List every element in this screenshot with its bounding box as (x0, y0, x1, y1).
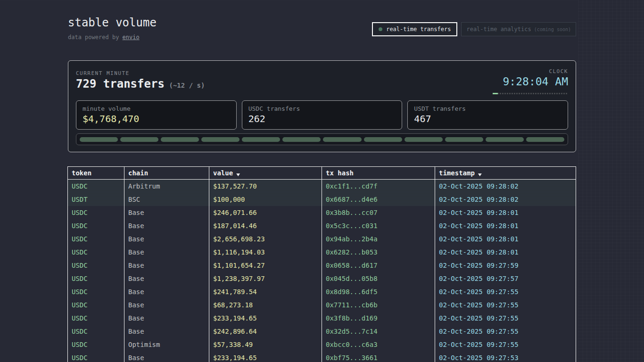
value-cell: $246,071.66 (209, 206, 322, 219)
timestamp-cell: 02-Oct-2025 09:27:55 (435, 298, 576, 312)
token-cell: USDC (68, 325, 124, 338)
timestamp-cell: 02-Oct-2025 09:27:55 (435, 285, 576, 298)
minute-volume-value: $4,768,470 (83, 113, 230, 124)
chain-cell: Base (124, 259, 209, 272)
transfers-count: 729 transfers (76, 77, 165, 90)
timestamp-cell: 02-Oct-2025 09:28:01 (435, 206, 576, 219)
timestamp-cell: 02-Oct-2025 09:27:59 (435, 259, 576, 272)
chain-cell: Base (124, 298, 209, 312)
activity-segment (120, 137, 158, 142)
panel-top: CURRENT MINUTE 729 transfers (~12 / s) C… (76, 68, 568, 94)
tab-realtime-transfers[interactable]: real-time transfers (372, 22, 457, 36)
transfer-row: USDC Base $2,656,698.23 0x94ab...2b4a 02… (68, 232, 576, 246)
tx-hash-link[interactable]: 0x94ab...2b4a (322, 232, 435, 246)
timestamp-cell: 02-Oct-2025 09:27:55 (435, 312, 576, 325)
chain-cell: Base (124, 312, 209, 325)
page: stable volume data powered by envio real… (68, 0, 576, 362)
activity-segments-bar (76, 133, 568, 145)
clock-label: CLOCK (493, 68, 568, 74)
timestamp-cell: 02-Oct-2025 09:28:01 (435, 246, 576, 259)
token-cell: USDC (68, 206, 124, 219)
token-cell: USDC (68, 272, 124, 285)
usdc-transfers-value: 262 (248, 113, 396, 124)
page-subtitle: data powered by envio (68, 34, 157, 41)
tx-hash-link[interactable]: 0xc1f1...cd7f (322, 180, 435, 193)
tab-analytics-label: real-time analytics (466, 26, 531, 33)
sort-desc-icon-value: ▼ (236, 173, 240, 176)
activity-segment (364, 137, 402, 142)
envio-link[interactable]: envio (123, 34, 140, 41)
tx-hash-link[interactable]: 0x3f8b...d169 (322, 312, 435, 325)
tx-hash-link[interactable]: 0x0658...d617 (322, 259, 435, 272)
stat-boxes: minute volume $4,768,470 USDC transfers … (76, 100, 568, 130)
chain-cell: Base (124, 232, 209, 246)
transfer-row: USDC Base $246,071.66 0x3b8b...cc07 02-O… (68, 206, 576, 219)
transfer-row: USDC Optimism $57,338.49 0xbcc0...c6a3 0… (68, 338, 576, 351)
transfer-row: USDC Base $1,116,194.03 0x6282...b053 02… (68, 246, 576, 259)
activity-segment (486, 137, 524, 142)
transfer-row: USDC Base $187,014.46 0x5c3c...c031 02-O… (68, 219, 576, 232)
tx-hash-link[interactable]: 0x6687...d4e6 (322, 193, 435, 206)
tx-hash-link[interactable]: 0x32d5...7c14 (322, 325, 435, 338)
activity-segment (323, 137, 361, 142)
token-cell: USDT (68, 193, 124, 206)
tab-analytics-note: (coming soon) (534, 27, 571, 32)
activity-segment (405, 137, 443, 142)
tx-hash-link[interactable]: 0x6282...b053 (322, 246, 435, 259)
transfers-rate: (~12 / s) (169, 82, 205, 89)
tx-hash-link[interactable]: 0x8d98...6df5 (322, 285, 435, 298)
value-cell: $1,238,397.97 (209, 272, 322, 285)
clock-block: CLOCK 9:28:04 AM (493, 68, 568, 94)
chain-cell: Base (124, 272, 209, 285)
timestamp-cell: 02-Oct-2025 09:27:57 (435, 272, 576, 285)
value-cell: $2,656,698.23 (209, 232, 322, 246)
col-value-label: value (213, 169, 233, 177)
token-cell: USDC (68, 219, 124, 232)
stat-box-minute-volume: minute volume $4,768,470 (76, 100, 237, 130)
col-header-chain[interactable]: chain (124, 167, 209, 180)
token-cell: USDC (68, 312, 124, 325)
tx-hash-link[interactable]: 0x3b8b...cc07 (322, 206, 435, 219)
col-chain-label: chain (128, 169, 148, 177)
header-titles: stable volume data powered by envio (68, 17, 157, 41)
col-token-label: token (72, 169, 91, 177)
chain-cell: Base (124, 351, 209, 362)
timestamp-cell: 02-Oct-2025 09:28:02 (435, 193, 576, 206)
value-cell: $57,338.49 (209, 338, 322, 351)
transfer-row: USDC Base $242,896.64 0x32d5...7c14 02-O… (68, 325, 576, 338)
timestamp-cell: 02-Oct-2025 09:27:55 (435, 338, 576, 351)
col-header-value[interactable]: value▼ (209, 167, 322, 180)
transfer-row: USDT BSC $100,000 0x6687...d4e6 02-Oct-2… (68, 193, 576, 206)
activity-segment (242, 137, 280, 142)
chain-cell: Base (124, 246, 209, 259)
chain-cell: Base (124, 206, 209, 219)
header: stable volume data powered by envio real… (68, 17, 576, 41)
chain-cell: Optimism (124, 338, 209, 351)
tx-hash-link[interactable]: 0x045d...05b8 (322, 272, 435, 285)
transfers-count-line: 729 transfers (~12 / s) (76, 77, 205, 90)
value-cell: $137,527.70 (209, 180, 322, 193)
timestamp-cell: 02-Oct-2025 09:28:01 (435, 219, 576, 232)
current-minute-panel: CURRENT MINUTE 729 transfers (~12 / s) C… (68, 60, 576, 152)
transfer-row: USDC Base $233,194.65 0xbf75...3661 02-O… (68, 351, 576, 362)
activity-segment (201, 137, 239, 142)
chain-cell: Arbitrum (124, 180, 209, 193)
tx-hash-link[interactable]: 0xbcc0...c6a3 (322, 338, 435, 351)
value-cell: $241,789.54 (209, 285, 322, 298)
value-cell: $233,194.65 (209, 351, 322, 362)
transfer-row: USDC Base $68,273.18 0x7711...cb6b 02-Oc… (68, 298, 576, 312)
tx-hash-link[interactable]: 0x5c3c...c031 (322, 219, 435, 232)
value-cell: $1,101,654.27 (209, 259, 322, 272)
tx-hash-link[interactable]: 0x7711...cb6b (322, 298, 435, 312)
tx-hash-link[interactable]: 0xbf75...3661 (322, 351, 435, 362)
sort-desc-icon-timestamp: ▼ (478, 173, 482, 176)
tab-realtime-analytics[interactable]: real-time analytics (coming soon) (461, 22, 576, 36)
activity-segment (80, 137, 118, 142)
col-timestamp-label: timestamp (439, 169, 475, 177)
col-header-timestamp[interactable]: timestamp▼ (435, 167, 576, 180)
usdt-transfers-label: USDT transfers (414, 105, 561, 112)
value-cell: $68,273.18 (209, 298, 322, 312)
transfer-row: USDC Arbitrum $137,527.70 0xc1f1...cd7f … (68, 180, 576, 193)
col-header-tx-hash[interactable]: tx hash (322, 167, 435, 180)
col-header-token[interactable]: token (68, 167, 124, 180)
